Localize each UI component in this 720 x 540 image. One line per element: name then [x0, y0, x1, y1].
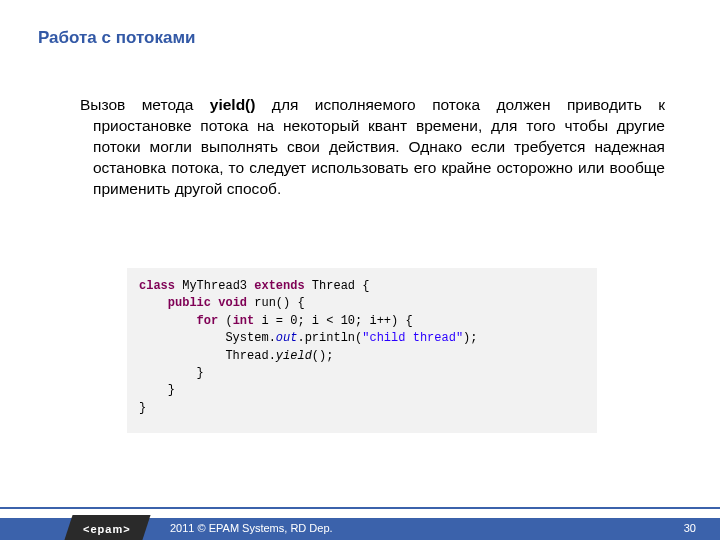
kw-extends: extends — [254, 279, 304, 293]
code-content: class MyThread3 extends Thread { public … — [139, 278, 585, 417]
footer-divider — [0, 507, 720, 509]
logo-text: <epam> — [83, 523, 131, 535]
slide-title: Работа с потоками — [38, 28, 195, 48]
copyright: 2011 © EPAM Systems, RD Dep. — [170, 522, 333, 534]
slide: Работа с потоками Вызов метода yield() д… — [0, 0, 720, 540]
footer: <epam> 2011 © EPAM Systems, RD Dep. 30 — [0, 507, 720, 540]
kw-class: class — [139, 279, 175, 293]
paragraph-bold: yield() — [210, 96, 256, 113]
page-number: 30 — [684, 522, 696, 534]
logo: <epam> — [63, 515, 150, 540]
kw-int: int — [233, 314, 255, 328]
paragraph-prefix: Вызов метода — [80, 96, 210, 113]
mth-yield: yield — [276, 349, 312, 363]
code-block: class MyThread3 extends Thread { public … — [127, 268, 597, 433]
paragraph: Вызов метода yield() для исполняемого по… — [80, 95, 665, 200]
kw-for: for — [197, 314, 219, 328]
kw-void: void — [218, 296, 247, 310]
str-literal: "child thread" — [362, 331, 463, 345]
footer-bar: <epam> 2011 © EPAM Systems, RD Dep. 30 — [0, 518, 720, 540]
fld-out: out — [276, 331, 298, 345]
kw-public: public — [168, 296, 211, 310]
